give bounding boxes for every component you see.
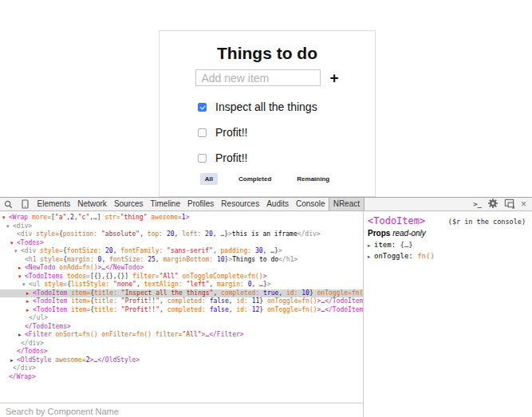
expand-arrow-icon[interactable]: ▸: [26, 306, 33, 315]
expand-arrow-icon[interactable]: ▸: [26, 297, 33, 306]
code-token: <h1: [25, 256, 36, 263]
code-token: this is an iframe: [232, 230, 298, 238]
code-token: , …}: [263, 247, 278, 254]
tab-console[interactable]: Console: [292, 198, 329, 210]
tab-elements[interactable]: Elements: [33, 198, 74, 210]
code-token: ,: [278, 289, 286, 297]
code-token: ,: [229, 306, 237, 313]
tree-row[interactable]: ▾<div>: [0, 222, 363, 231]
dock-icon[interactable]: [504, 199, 514, 210]
code-token: id:: [236, 306, 247, 313]
devtools-toolbar: ElementsNetworkSourcesTimelineProfilesRe…: [0, 198, 532, 211]
expand-arrow-icon[interactable]: ▸: [10, 356, 17, 365]
expand-arrow-icon[interactable]: ▾: [22, 281, 29, 289]
add-item-button[interactable]: +: [329, 70, 338, 85]
code-token: "All": [160, 273, 179, 280]
code-token: ,…]: [89, 214, 100, 221]
code-token: awesome=: [147, 214, 181, 221]
expand-arrow-icon[interactable]: ▾: [6, 222, 13, 231]
tree-row[interactable]: </div>: [0, 340, 363, 348]
code-token: "left": [187, 281, 210, 288]
code-token: 20: [167, 230, 175, 238]
gear-icon[interactable]: [488, 199, 498, 210]
tab-sources[interactable]: Sources: [110, 198, 147, 210]
code-token: >: [267, 281, 271, 288]
add-item-input[interactable]: [195, 69, 321, 86]
code-token: 10: [301, 289, 309, 297]
tab-profiles[interactable]: Profiles: [183, 198, 217, 210]
tab-network[interactable]: Network: [74, 198, 111, 210]
code-token: "sans-serif": [167, 247, 213, 254]
tree-row[interactable]: </Wrap>: [0, 373, 363, 382]
code-token: style=: [36, 247, 63, 254]
tree-row[interactable]: ▾<ul style={listStyle: "none", textAlign…: [0, 281, 363, 289]
component-search-input[interactable]: [0, 405, 363, 417]
expand-arrow-icon[interactable]: ▸: [18, 331, 25, 340]
code-token: <div: [17, 230, 32, 238]
code-token: <TodoItem: [33, 297, 67, 305]
tree-row[interactable]: ▸<NewTodo onAdd=fn()>…</NewTodo>: [0, 264, 363, 273]
selected-component-name: <TodoItem>: [368, 215, 425, 226]
expand-arrow-icon[interactable]: ▸: [26, 289, 33, 298]
todo-list: Inspect all the thingsProfit!!Profit!!: [198, 94, 375, 171]
console-drawer-icon[interactable]: >_: [473, 200, 482, 208]
tree-row[interactable]: </TodoItems>: [0, 323, 363, 332]
expand-arrow-icon[interactable]: ▸: [368, 254, 374, 260]
tree-row[interactable]: ▾<Todos>: [0, 239, 363, 248]
expand-arrow-icon[interactable]: ▾: [2, 214, 9, 222]
code-token: <TodoItems: [25, 273, 63, 280]
todo-checkbox[interactable]: [198, 128, 207, 137]
tree-row[interactable]: ▸<Filter onSort=fn() onFilter=fn() filte…: [0, 331, 363, 340]
tab-timeline[interactable]: Timeline: [147, 198, 183, 210]
filter-button-remaining[interactable]: Remaining: [292, 173, 334, 185]
code-token: , …}: [251, 281, 266, 288]
expand-arrow-icon[interactable]: ▸: [368, 242, 374, 249]
filter-bar: AllCompletedRemaining: [160, 173, 375, 185]
code-token: ,: [136, 281, 144, 288]
code-token: "All": [182, 331, 201, 338]
tree-row[interactable]: ▸<TodoItem item={title: "Inspect all the…: [0, 289, 363, 298]
code-token: id:: [286, 289, 298, 297]
tree-row[interactable]: ▾<TodoItems todos=[{},{},{}] filter="All…: [0, 273, 363, 281]
add-item-row: +: [160, 69, 375, 86]
tree-row[interactable]: </div>: [0, 364, 363, 373]
prop-row[interactable]: ▸onToggle: fn(): [368, 252, 526, 260]
todo-checkbox[interactable]: [198, 154, 207, 163]
tree-row[interactable]: </ul>: [0, 314, 363, 323]
tree-row[interactable]: ▸<OldStyle awesome=2>…</OldStyle>: [0, 356, 363, 365]
prop-row[interactable]: ▸item: {…}: [368, 241, 526, 249]
expand-arrow-icon[interactable]: ▸: [18, 264, 25, 273]
code-token: </OldStyle>: [97, 356, 140, 364]
expand-arrow-icon[interactable]: ▾: [10, 239, 17, 248]
tree-row[interactable]: ▸<TodoItem item={title: "Profit!!", comp…: [0, 306, 363, 315]
device-icon[interactable]: [17, 198, 33, 210]
tab-audits[interactable]: Audits: [263, 198, 293, 210]
magnifier-icon[interactable]: [0, 198, 17, 210]
code-token: , …}: [213, 230, 228, 238]
props-panel: <TodoItem> ($r in the console) Props rea…: [364, 211, 532, 417]
component-tree-pane: ▾<Wrap more=["a",2,"c",…] str="thing" aw…: [0, 211, 364, 417]
code-token: onToggleComplete=: [179, 273, 248, 280]
tree-row[interactable]: <h1 style={margin: 0, fontSize: 25, marg…: [0, 256, 363, 265]
code-token: todos=: [63, 273, 90, 280]
tab-nreact[interactable]: NReact: [329, 198, 364, 210]
filter-button-all[interactable]: All: [200, 173, 218, 185]
component-search-bar: [0, 403, 363, 417]
tab-resources[interactable]: Resources: [218, 198, 263, 210]
props-label: Props: [368, 229, 390, 238]
expand-arrow-icon[interactable]: ▾: [18, 273, 25, 281]
code-token: completed:: [221, 289, 259, 297]
tree-row[interactable]: ▸<TodoItem item={title: "Profit!!", comp…: [0, 297, 363, 306]
tree-row[interactable]: ▾<div style={fontSize: 20, fontFamily: "…: [0, 247, 363, 256]
code-token: 30: [255, 247, 263, 254]
code-token: </TodoItem>: [325, 297, 363, 305]
devtools-main: ▾<Wrap more=["a",2,"c",…] str="thing" aw…: [0, 211, 532, 417]
tree-row[interactable]: </Todos>: [0, 348, 363, 356]
tree-row[interactable]: <div style={position: "absolute", top: 2…: [0, 230, 363, 239]
todo-checkbox[interactable]: [198, 103, 207, 112]
tree-row[interactable]: ▾<Wrap more=["a",2,"c",…] str="thing" aw…: [0, 214, 363, 222]
code-token: false: [210, 306, 229, 313]
filter-button-completed[interactable]: Completed: [234, 173, 276, 185]
close-icon[interactable]: ×: [521, 199, 526, 209]
expand-arrow-icon[interactable]: ▾: [14, 247, 21, 256]
